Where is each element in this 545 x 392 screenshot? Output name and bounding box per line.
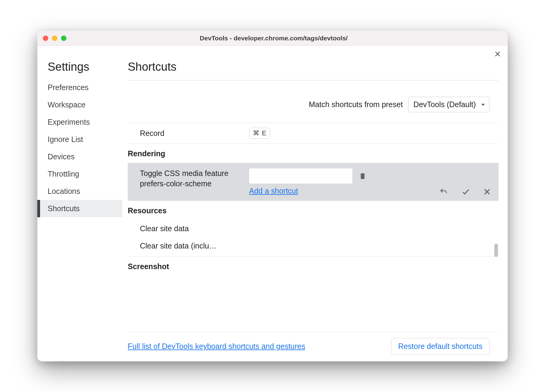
shortcut-input[interactable] xyxy=(249,168,352,184)
titlebar: DevTools - developer.chrome.com/tags/dev… xyxy=(37,31,508,46)
sidebar-item-ignore-list[interactable]: Ignore List xyxy=(37,131,122,148)
key-modifier: ⌘ xyxy=(253,129,259,137)
shortcut-row-clear-site-data[interactable]: Clear site data xyxy=(128,220,499,237)
settings-sidebar: Settings Preferences Workspace Experimen… xyxy=(37,59,122,361)
sidebar-item-experiments[interactable]: Experiments xyxy=(37,113,122,131)
restore-defaults-button[interactable]: Restore default shortcuts xyxy=(391,338,489,355)
sidebar-item-shortcuts[interactable]: Shortcuts xyxy=(37,200,122,217)
preset-row: Match shortcuts from preset DevTools (De… xyxy=(128,80,499,123)
key-letter: E xyxy=(262,129,266,137)
shortcut-label: Record xyxy=(140,129,249,138)
sidebar-item-workspace[interactable]: Workspace xyxy=(37,96,122,113)
preset-select[interactable]: DevTools (Default) xyxy=(408,97,489,112)
shortcut-keychip: ⌘ E xyxy=(249,128,270,139)
window-title: DevTools - developer.chrome.com/tags/dev… xyxy=(45,35,502,42)
cancel-icon[interactable] xyxy=(483,188,491,196)
preset-label: Match shortcuts from preset xyxy=(309,100,403,109)
add-shortcut-link[interactable]: Add a shortcut xyxy=(249,187,298,195)
close-icon[interactable]: ✕ xyxy=(494,50,501,59)
full-shortcuts-link[interactable]: Full list of DevTools keyboard shortcuts… xyxy=(128,342,305,351)
devtools-settings-window: DevTools - developer.chrome.com/tags/dev… xyxy=(37,31,508,361)
sidebar-item-locations[interactable]: Locations xyxy=(37,183,122,200)
shortcut-list: Record ⌘ E Rendering Toggle CSS media fe… xyxy=(128,123,499,332)
shortcut-row-record[interactable]: Record ⌘ E xyxy=(128,123,499,144)
sidebar-item-devices[interactable]: Devices xyxy=(37,148,122,165)
editing-shortcut-label: Toggle CSS media feature prefers-color-s… xyxy=(140,168,249,189)
content-area: ✕ Settings Preferences Workspace Experim… xyxy=(37,46,508,361)
section-header-resources: Resources xyxy=(128,201,499,220)
main-panel: Shortcuts Match shortcuts from preset De… xyxy=(122,59,508,361)
undo-icon[interactable] xyxy=(438,188,449,196)
page-title: Shortcuts xyxy=(128,60,499,80)
section-header-screenshot: Screenshot xyxy=(128,257,499,276)
sidebar-item-throttling[interactable]: Throttling xyxy=(37,165,122,183)
sidebar-item-preferences[interactable]: Preferences xyxy=(37,79,122,96)
scrollbar-thumb[interactable] xyxy=(494,244,498,257)
shortcut-row-clear-site-data-including[interactable]: Clear site data (inclu… xyxy=(128,237,499,255)
sidebar-title: Settings xyxy=(37,60,122,79)
editing-actions xyxy=(438,188,491,196)
shortcut-row-editing: Toggle CSS media feature prefers-color-s… xyxy=(128,163,499,201)
footer: Full list of DevTools keyboard shortcuts… xyxy=(128,332,499,361)
preset-select-value: DevTools (Default) xyxy=(413,100,476,109)
confirm-icon[interactable] xyxy=(461,188,471,196)
trash-icon[interactable] xyxy=(359,172,366,180)
section-header-rendering: Rendering xyxy=(128,144,499,163)
